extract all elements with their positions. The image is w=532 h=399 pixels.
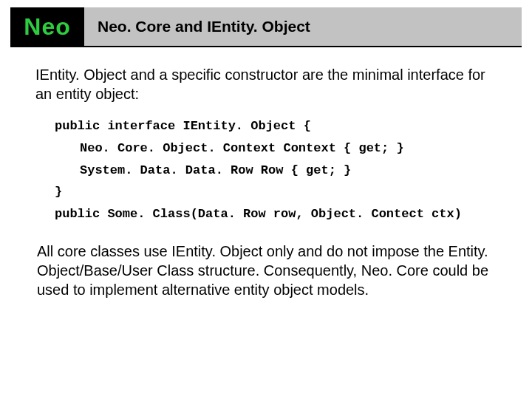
slide-header: Neo Neo. Core and IEntity. Object: [10, 7, 522, 47]
logo: Neo: [10, 7, 84, 46]
code-line: }: [55, 181, 497, 203]
code-line: System. Data. Data. Row Row { get; }: [55, 160, 497, 182]
code-line: Neo. Core. Object. Context Context { get…: [55, 137, 497, 160]
code-line: public interface IEntity. Object {: [55, 115, 497, 137]
footer-text: All core classes use IEntity. Object onl…: [35, 242, 497, 299]
intro-text: IEntity. Object and a specific construct…: [35, 65, 497, 103]
slide-title: Neo. Core and IEntity. Object: [84, 7, 522, 46]
slide-content: IEntity. Object and a specific construct…: [0, 47, 532, 299]
code-block: public interface IEntity. Object { Neo. …: [35, 115, 497, 225]
code-line: public Some. Class(Data. Row row, Object…: [55, 203, 497, 225]
